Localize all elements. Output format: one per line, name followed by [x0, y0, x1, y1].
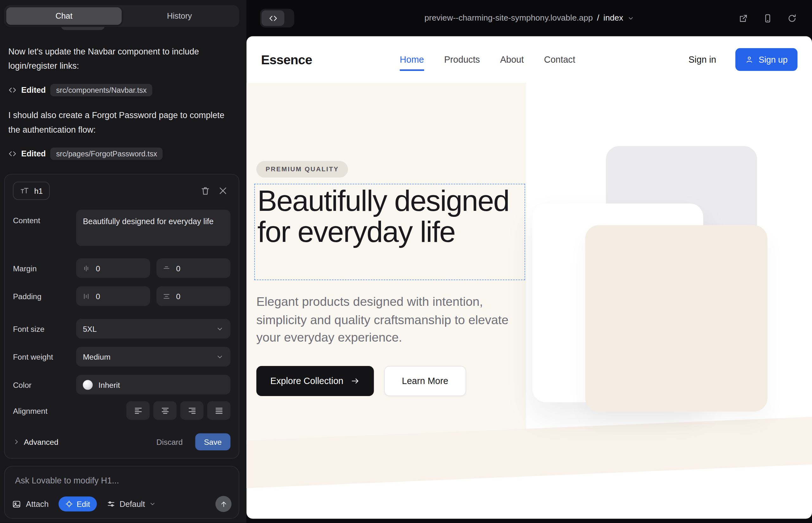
padding-label: Padding	[13, 292, 76, 301]
align-left-button[interactable]	[126, 401, 150, 420]
chat-composer: Attach Edit Default	[4, 466, 239, 519]
align-center-button[interactable]	[153, 401, 177, 420]
content-input[interactable]: Beautifully designed for everyday life	[76, 210, 230, 246]
editor-header: h1	[13, 181, 231, 200]
sliders-icon	[107, 500, 116, 508]
chat-message: Now let's update the Navbar component to…	[8, 44, 230, 73]
image-icon	[12, 499, 21, 508]
sign-up-button[interactable]: Sign up	[735, 48, 797, 71]
nav-link-products[interactable]: Products	[444, 54, 480, 65]
site-nav-links: Home Products About Contact	[400, 36, 575, 83]
margin-label: Margin	[13, 264, 76, 273]
code-icon	[8, 149, 16, 158]
code-view-toggle[interactable]	[260, 9, 294, 28]
site-preview: Essence Home Products About Contact Sign…	[246, 36, 812, 519]
chat-sidebar: Chat History Now let's update the Navbar…	[0, 0, 246, 523]
open-external-button[interactable]	[736, 12, 750, 25]
nav-link-home[interactable]: Home	[400, 54, 424, 65]
hero-subtext: Elegant products designed with intention…	[256, 293, 511, 347]
chat-input[interactable]	[15, 476, 228, 486]
font-size-label: Font size	[13, 324, 76, 333]
nav-link-contact[interactable]: Contact	[544, 54, 576, 65]
discard-button[interactable]: Discard	[156, 437, 183, 446]
model-selector[interactable]: Default	[107, 499, 156, 508]
sign-in-link[interactable]: Sign in	[688, 54, 716, 65]
edited-label: Edited	[21, 149, 46, 158]
close-icon[interactable]	[214, 182, 231, 199]
margin-horizontal-input[interactable]: 0	[156, 258, 231, 278]
tab-chat[interactable]: Chat	[6, 7, 122, 25]
attach-button[interactable]: Attach	[12, 499, 49, 508]
color-label: Color	[13, 380, 76, 389]
margin-vertical-input[interactable]: 0	[76, 258, 150, 278]
element-tag-pill[interactable]: h1	[13, 181, 50, 199]
edit-mode-button[interactable]: Edit	[58, 497, 97, 511]
arrow-right-icon	[351, 376, 360, 385]
advanced-toggle[interactable]: Advanced	[13, 437, 58, 446]
nav-link-about[interactable]: About	[500, 54, 524, 65]
chevron-right-icon	[13, 438, 20, 445]
chevron-down-icon	[149, 501, 156, 507]
color-swatch	[83, 380, 93, 390]
chevron-down-icon	[216, 353, 224, 361]
url-page: index	[603, 14, 623, 23]
align-justify-button[interactable]	[207, 401, 231, 420]
selected-h1-element[interactable]: Beautifully designed for everyday life	[254, 184, 525, 280]
file-chip-navbar[interactable]: src/components/Navbar.tsx	[50, 84, 152, 96]
tab-history[interactable]: History	[122, 7, 237, 25]
preview-panel: preview--charming-site-symphony.lovable.…	[246, 0, 812, 523]
delete-element-button[interactable]	[196, 182, 214, 199]
padding-vertical-icon	[82, 292, 90, 300]
code-icon	[262, 11, 284, 26]
url-breadcrumb[interactable]: preview--charming-site-symphony.lovable.…	[424, 0, 634, 36]
hero-headline: Beautifully designed for everyday life	[258, 185, 519, 248]
font-size-select[interactable]: 5XL	[76, 319, 230, 339]
site-logo[interactable]: Essence	[261, 52, 312, 67]
explore-collection-button[interactable]: Explore Collection	[256, 366, 374, 396]
chevron-down-icon	[628, 15, 634, 21]
save-button[interactable]: Save	[195, 433, 231, 450]
element-editor-panel: h1 Content Beautifully designed for ever…	[4, 174, 239, 458]
font-weight-select[interactable]: Medium	[76, 347, 230, 366]
file-chip-forgot-password[interactable]: src/pages/ForgotPassword.tsx	[50, 147, 163, 160]
lovable-app: Chat History Now let's update the Navbar…	[0, 0, 812, 523]
padding-horizontal-input[interactable]: 0	[156, 286, 231, 306]
padding-horizontal-icon	[162, 292, 170, 300]
alignment-label: Alignment	[13, 406, 76, 415]
user-icon	[745, 55, 754, 64]
margin-horizontal-icon	[162, 264, 170, 272]
edited-label: Edited	[21, 85, 46, 94]
content-label: Content	[13, 210, 76, 224]
sidebar-tabs: Chat History	[4, 5, 239, 27]
padding-vertical-input[interactable]: 0	[76, 286, 150, 306]
url-domain: preview--charming-site-symphony.lovable.…	[424, 14, 593, 23]
color-select[interactable]: Inherit	[76, 375, 230, 395]
alignment-buttons	[126, 401, 231, 420]
refresh-button[interactable]	[785, 12, 799, 25]
margin-vertical-icon	[82, 264, 90, 272]
preview-topbar: preview--charming-site-symphony.lovable.…	[246, 0, 812, 36]
chat-message: I should also create a Forgot Password p…	[8, 108, 230, 137]
url-separator: /	[597, 14, 599, 23]
align-right-button[interactable]	[180, 401, 204, 420]
mobile-view-button[interactable]	[761, 12, 774, 25]
font-weight-label: Font weight	[13, 353, 76, 361]
send-button[interactable]	[215, 496, 231, 512]
decorative-shape-cream	[585, 225, 768, 412]
target-icon	[65, 500, 73, 508]
edited-file-row: Edited src/pages/ForgotPassword.tsx	[8, 147, 163, 161]
code-icon	[8, 86, 16, 94]
chevron-down-icon	[216, 325, 224, 333]
learn-more-button[interactable]: Learn More	[384, 366, 466, 396]
premium-quality-badge: PREMIUM QUALITY	[256, 161, 348, 178]
heading-type-icon	[20, 185, 30, 195]
edited-file-row: Edited src/components/Navbar.tsx	[8, 83, 152, 97]
element-tag-label: h1	[34, 186, 43, 195]
site-navbar: Essence Home Products About Contact Sign…	[246, 36, 812, 83]
